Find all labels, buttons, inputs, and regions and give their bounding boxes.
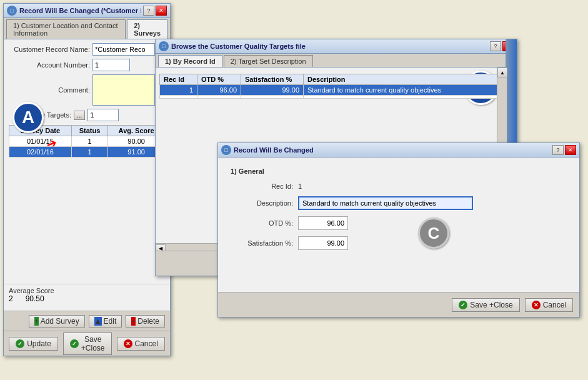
avg-score-area: Average Score 2 90.50 [4, 284, 170, 306]
quality-otd-2 [197, 96, 241, 99]
main-save-icon: ✓ [70, 339, 79, 348]
record-cancel-icon: ✕ [532, 301, 541, 309]
record-change-title: Record Will Be Changed [234, 146, 550, 154]
browse-tab-bar: 1) By Record Id 2) Target Set Descriptio… [156, 54, 517, 68]
tab-surveys[interactable]: 2) Surveys [127, 19, 167, 39]
circle-c: C [418, 218, 449, 249]
quality-header-otd: OTD % [197, 74, 241, 85]
main-close-button[interactable]: ✕ [156, 6, 167, 16]
survey-status-2: 1 [71, 147, 108, 158]
avg-score-values: 2 90.50 [9, 294, 165, 303]
comment-label: Comment: [9, 86, 90, 94]
update-icon: ✓ [16, 339, 24, 348]
edit-icon: ▲ [94, 317, 102, 326]
description-label: Description: [231, 199, 293, 207]
quality-description-2 [304, 96, 503, 99]
main-window-titlebar: □ Record Will Be Changed (*Customer Reco… [4, 4, 170, 18]
record-cancel-label: Cancel [543, 301, 566, 309]
main-save-close-button[interactable]: ✓ Save +Close [63, 332, 112, 355]
delete-icon: − [131, 317, 136, 326]
otd-label: OTD %: [231, 219, 293, 227]
comment-input[interactable] [92, 74, 155, 106]
description-row: Description: [231, 196, 567, 210]
record-change-window: □ Record Will Be Changed ? ✕ 1) General … [217, 142, 580, 318]
customer-record-input[interactable] [92, 43, 155, 56]
quality-targets-input[interactable] [87, 109, 119, 121]
main-bottom-bar: ✓ Update ✓ Save +Close ✕ Cancel [4, 331, 170, 356]
main-cancel-label: Cancel [135, 339, 158, 348]
quality-header-recid: Rec Id [160, 74, 197, 85]
otd-input[interactable] [298, 216, 348, 230]
record-content: 1) General Rec Id: 1 Description: OTD %:… [218, 158, 579, 266]
add-survey-button[interactable]: + Add Survey [29, 315, 85, 328]
browse-window-title: Browse the Customer Quality Targets file [171, 42, 487, 50]
record-section-label: 1) General [231, 168, 567, 175]
rec-id-value: 1 [298, 182, 302, 190]
quality-recid-2 [160, 96, 197, 99]
survey-status-1: 1 [71, 136, 108, 147]
customer-record-row: Customer Record Name: [9, 43, 165, 56]
quality-otd-1: 96.00 [197, 85, 241, 96]
main-tab-bar: 1) Customer Location and Contact Informa… [4, 18, 170, 39]
main-window: □ Record Will Be Changed (*Customer Reco… [3, 3, 171, 356]
account-number-label: Account Number: [9, 61, 90, 69]
record-save-icon: ✓ [459, 301, 467, 309]
quality-targets-browse-button[interactable]: ... [74, 111, 85, 120]
edit-label: Edit [104, 317, 117, 326]
quality-satisfaction-1: 99.00 [241, 85, 304, 96]
add-icon: + [34, 317, 39, 326]
survey-date-1: 01/01/15 [9, 136, 72, 147]
browse-help-button[interactable]: ? [490, 41, 501, 51]
customer-record-label: Customer Record Name: [9, 46, 90, 53]
record-cancel-button[interactable]: ✕ Cancel [525, 298, 573, 312]
browse-window-titlebar: □ Browse the Customer Quality Targets fi… [156, 39, 517, 54]
otd-row: OTD %: [231, 216, 567, 230]
survey-bottom-bar: + Add Survey ▲ Edit − Delete [4, 311, 170, 331]
comment-row: Comment: [9, 74, 165, 106]
table-row[interactable] [160, 96, 503, 99]
description-input[interactable] [298, 196, 473, 210]
account-number-row: Account Number: [9, 59, 165, 71]
main-help-button[interactable]: ? [143, 6, 154, 16]
main-cancel-button[interactable]: ✕ Cancel [117, 337, 165, 351]
satisfaction-label: Satisfaction %: [231, 239, 293, 247]
survey-date-2: 02/01/16 [9, 147, 72, 158]
main-save-label: Save +Close [81, 335, 105, 352]
account-number-input[interactable] [92, 59, 130, 71]
tab-by-record-id[interactable]: 1) By Record Id [158, 55, 222, 67]
survey-header-status: Status [71, 126, 108, 136]
record-save-close-button[interactable]: ✓ Save +Close [452, 298, 519, 312]
quality-description-1: Standard to match current quality object… [304, 85, 503, 96]
quality-header-description: Description [304, 74, 503, 85]
record-bottom-bar: ✓ Save +Close ✕ Cancel [218, 292, 579, 317]
tab-target-set[interactable]: 2) Target Set Description [224, 55, 313, 67]
satisfaction-input[interactable] [298, 236, 348, 250]
scroll-up-arrow[interactable]: ▲ [497, 68, 507, 78]
update-label: Update [27, 339, 51, 348]
table-row[interactable]: 01/01/15 1 90.00 [9, 136, 165, 147]
update-button[interactable]: ✓ Update [9, 337, 58, 351]
rec-id-row: Rec Id: 1 [231, 182, 567, 190]
quality-recid-1: 1 [160, 85, 197, 96]
main-window-icon: □ [7, 6, 17, 16]
delete-button[interactable]: − Delete [126, 315, 165, 328]
edit-button[interactable]: ▲ Edit [89, 315, 122, 328]
main-window-controls: ? ✕ [143, 6, 167, 16]
avg-score-value: 90.50 [26, 294, 44, 303]
quality-table: Rec Id OTD % Satisfaction % Description … [159, 74, 503, 99]
circle-a: A [12, 102, 44, 133]
record-change-controls: ? ✕ [552, 145, 576, 155]
tab-customer-location[interactable]: 1) Customer Location and Contact Informa… [6, 19, 126, 39]
quality-header-satisfaction: Satisfaction % [241, 74, 304, 85]
avg-score-label: Average Score [9, 287, 165, 294]
delete-label: Delete [137, 317, 159, 326]
record-change-titlebar: □ Record Will Be Changed ? ✕ [218, 143, 579, 158]
add-survey-label: Add Survey [41, 317, 79, 326]
table-row[interactable]: 1 96.00 99.00 Standard to match current … [160, 85, 503, 96]
record-close-button[interactable]: ✕ [565, 145, 576, 155]
record-help-button[interactable]: ? [552, 145, 564, 155]
rec-id-label: Rec Id: [231, 182, 293, 190]
main-cancel-icon: ✕ [124, 339, 132, 348]
table-row[interactable]: 02/01/16 1 91.00 [9, 147, 165, 158]
record-save-label: Save +Close [470, 301, 512, 309]
